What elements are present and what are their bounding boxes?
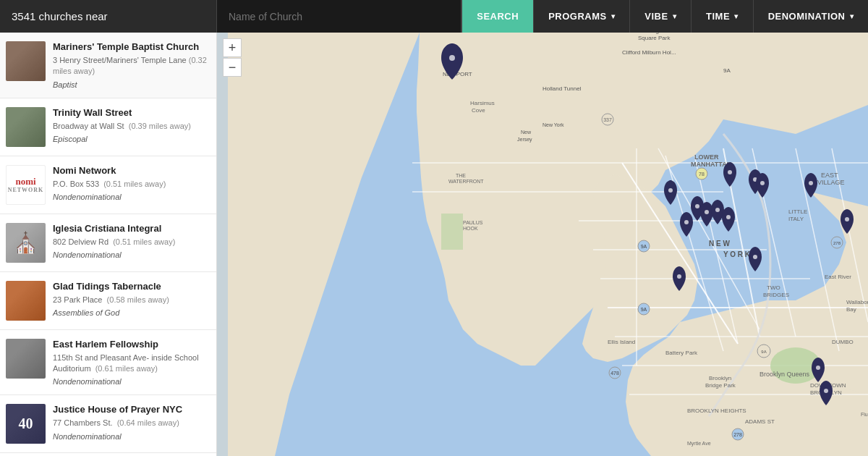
svg-text:New York: New York [542, 122, 564, 127]
church-address: 3 Henry Street/Mariners' Temple Lane (0.… [53, 55, 208, 77]
svg-point-105 [824, 389, 828, 393]
svg-point-96 [684, 220, 689, 224]
svg-text:N E W: N E W [709, 240, 730, 248]
church-distance: (0.51 miles away) [101, 180, 166, 188]
svg-text:Ellis Island: Ellis Island [608, 339, 635, 345]
svg-rect-24 [217, 33, 228, 456]
church-info: Nomi Network P.O. Box 533 (0.51 miles aw… [53, 165, 208, 205]
church-info: Mariners' Temple Baptist Church 3 Henry … [53, 41, 208, 89]
church-info: Iglesia Cristiana Integral 802 Delview R… [53, 223, 208, 263]
church-name: Iglesia Cristiana Integral [53, 223, 208, 235]
map-background: LOWER MANHATTAN EAST VILLAGE LITTLE ITAL… [217, 33, 868, 456]
denomination-chevron-icon: ▾ [850, 12, 854, 20]
svg-text:Bay: Bay [846, 306, 856, 313]
search-input[interactable] [217, 0, 461, 33]
svg-text:ITALY: ITALY [788, 216, 804, 222]
list-item[interactable]: The River NYC 250 Greenwich St. (0.64 mi… [0, 453, 216, 456]
church-address: Broadway at Wall St (0.39 miles away) [53, 121, 208, 132]
svg-point-97 [728, 170, 732, 174]
nav-vibe-button[interactable]: VIBE ▾ [629, 0, 691, 33]
church-address: 23 Park Place (0.58 miles away) [53, 295, 208, 305]
programs-chevron-icon: ▾ [611, 12, 616, 20]
church-thumbnail: ⛪ [6, 223, 46, 263]
svg-text:BROOKLYN HEIGHTS: BROOKLYN HEIGHTS [687, 408, 746, 414]
svg-text:78: 78 [699, 172, 705, 177]
svg-text:HOOK: HOOK [463, 226, 478, 231]
list-item[interactable]: ⛪ Iglesia Cristiana Integral 802 Delview… [0, 214, 216, 272]
svg-point-92 [695, 204, 699, 208]
church-name: Glad Tidings Tabernacle [53, 281, 208, 293]
nav-denomination-button[interactable]: DENOMINATION ▾ [753, 0, 868, 33]
nav-denomination-label: DENOMINATION [768, 11, 846, 22]
svg-text:LITTLE: LITTLE [788, 208, 807, 215]
svg-point-90 [449, 55, 455, 61]
svg-text:Cove: Cove [472, 107, 485, 114]
map-svg: LOWER MANHATTAN EAST VILLAGE LITTLE ITAL… [217, 33, 868, 456]
svg-point-91 [668, 188, 673, 193]
svg-point-104 [816, 366, 820, 370]
church-distance: (0.64 miles away) [115, 418, 179, 427]
church-denomination: Nondenominational [53, 193, 208, 201]
nav-search-button[interactable]: SEARCH [461, 0, 533, 33]
svg-text:EAST: EAST [821, 172, 838, 179]
church-thumbnail [6, 41, 46, 81]
svg-text:278: 278 [733, 432, 742, 437]
svg-text:TWO: TWO [767, 284, 780, 291]
nav-programs-button[interactable]: PROGRAMS ▾ [533, 0, 629, 33]
nav-bar: SEARCH PROGRAMS ▾ VIBE ▾ TIME ▾ DENOMINA… [461, 0, 868, 33]
svg-point-102 [753, 255, 757, 259]
svg-point-94 [715, 208, 720, 212]
svg-text:VILLAGE: VILLAGE [817, 179, 845, 186]
svg-text:Battery Park: Battery Park [665, 350, 698, 356]
list-item[interactable]: Trinity Wall Street Broadway at Wall St … [0, 98, 216, 156]
nav-vibe-label: VIBE [644, 11, 668, 22]
svg-text:478: 478 [610, 371, 619, 376]
map-controls: + − [223, 38, 242, 77]
list-item[interactable]: East Harlem Fellowship 115th St and Plea… [0, 330, 216, 396]
svg-text:9A: 9A [723, 67, 731, 74]
svg-text:9A: 9A [641, 307, 647, 312]
church-name: Mariners' Temple Baptist Church [53, 41, 208, 54]
svg-text:Bridge Park: Bridge Park [705, 382, 736, 389]
svg-rect-26 [441, 214, 463, 250]
svg-text:Holland Tunnel: Holland Tunnel [542, 85, 582, 92]
svg-text:Wallabout: Wallabout [846, 299, 868, 305]
zoom-out-button[interactable]: − [223, 58, 242, 77]
search-box[interactable] [217, 0, 461, 33]
list-item[interactable]: 40 Justice House of Prayer NYC 77 Chambe… [0, 395, 216, 453]
svg-text:278: 278 [833, 241, 841, 245]
map-area[interactable]: LOWER MANHATTAN EAST VILLAGE LITTLE ITAL… [217, 33, 868, 456]
church-denomination: Nondenominational [53, 377, 208, 386]
svg-point-101 [845, 217, 849, 221]
nav-time-button[interactable]: TIME ▾ [691, 0, 753, 33]
nomi-logo: nomi NETWORK [8, 176, 44, 194]
nav-programs-label: PROGRAMS [548, 11, 607, 22]
list-item[interactable]: nomi NETWORK Nomi Network P.O. Box 533 (… [0, 156, 216, 214]
church-list-sidebar: Mariners' Temple Baptist Church 3 Henry … [0, 33, 217, 456]
list-item[interactable]: Glad Tidings Tabernacle 23 Park Place (0… [0, 272, 216, 330]
svg-text:Harsimus: Harsimus [470, 100, 495, 106]
svg-text:9A: 9A [761, 350, 766, 354]
church-denomination: Baptist [53, 80, 208, 89]
church-distance: (0.58 miles away) [105, 295, 169, 304]
svg-point-95 [726, 215, 731, 219]
list-item[interactable]: Mariners' Temple Baptist Church 3 Henry … [0, 33, 216, 98]
svg-text:9A: 9A [641, 244, 647, 249]
svg-text:New: New [521, 130, 532, 135]
zoom-in-button[interactable]: + [223, 38, 242, 57]
church-info: Glad Tidings Tabernacle 23 Park Place (0… [53, 281, 208, 321]
church-thumbnail: nomi NETWORK [6, 165, 46, 205]
svg-text:Clifford Milburn Hol...: Clifford Milburn Hol... [622, 49, 676, 56]
svg-text:Square Park: Square Park [638, 35, 671, 41]
svg-point-103 [677, 274, 681, 279]
church-denomination: Nondenominational [53, 432, 208, 441]
svg-text:Y O R K: Y O R K [723, 250, 751, 258]
church-denomination: Episcopal [53, 135, 208, 143]
church-count-title: 3541 churches near [0, 0, 217, 33]
church-address: P.O. Box 533 (0.51 miles away) [53, 179, 208, 190]
svg-text:WATERFRONT: WATERFRONT [448, 179, 484, 184]
svg-text:BRIDGES: BRIDGES [763, 292, 789, 298]
time-chevron-icon: ▾ [734, 12, 739, 20]
church-denomination: Nondenominational [53, 250, 208, 259]
svg-point-93 [705, 210, 709, 214]
